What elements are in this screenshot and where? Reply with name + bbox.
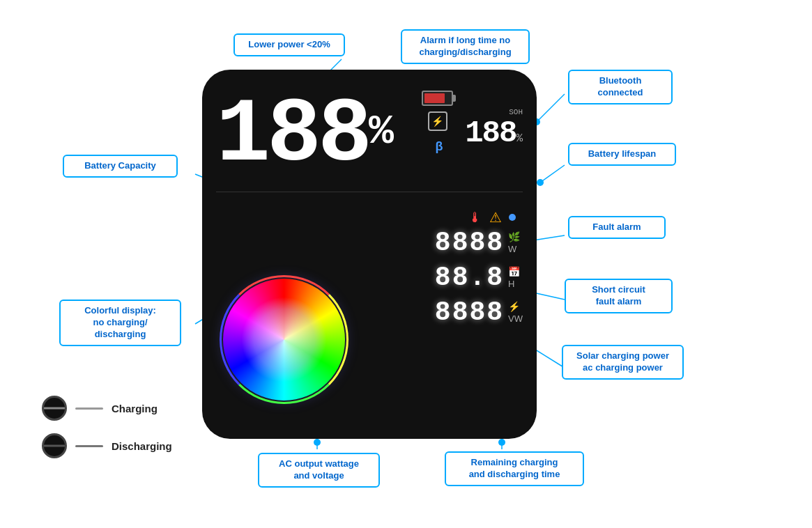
legend-charging: Charging — [42, 396, 172, 421]
soh-value: 188 — [465, 116, 516, 150]
status-icons-area: ⚡ β — [422, 91, 453, 156]
seg-hours-value: 88.8 — [435, 265, 504, 291]
discharging-circle-icon — [42, 433, 67, 458]
battery-percent-value: 188 — [216, 84, 369, 187]
section-divider — [216, 192, 523, 192]
battery-lifespan-label: Battery lifespan — [568, 143, 676, 166]
bluetooth-connected-label: Bluetooth connected — [568, 70, 673, 104]
svg-line-6 — [533, 293, 565, 300]
solar-icon: 🌿 — [508, 231, 520, 242]
charging-plug-icon: ⚡ — [428, 111, 447, 131]
soh-display: SOH 188% — [465, 108, 523, 148]
color-wheel — [223, 279, 345, 401]
svg-line-4 — [540, 165, 565, 183]
svg-line-5 — [533, 235, 565, 240]
seg-voltage-value: 8888 — [435, 300, 504, 326]
alarm-no-charging-label: Alarm if long time no charging/dischargi… — [401, 29, 530, 64]
charging-circle-icon — [42, 396, 67, 421]
seg-row-hours: 88.8 📅 H — [435, 265, 523, 291]
wheel-ring — [220, 275, 348, 404]
legend-discharging: Discharging — [42, 433, 172, 458]
fault-warning-icon: ⚠ — [489, 209, 502, 226]
segment-displays-area: 8888 🌿 W 88.8 📅 H 8888 ⚡ VW — [435, 230, 523, 326]
svg-line-2 — [537, 94, 565, 122]
battery-percentage-display: 188% — [216, 91, 390, 181]
ac-output-label: AC output wattage and voltage — [258, 453, 380, 488]
seg-voltage-unit: VW — [508, 313, 523, 324]
percent-symbol: % — [369, 108, 390, 155]
fault-dot — [509, 214, 516, 221]
solar-charging-label: Solar charging power ac charging power — [562, 345, 684, 380]
colorful-display-label: Colorful display: no charging/ dischargi… — [59, 300, 181, 346]
charging-label: Charging — [112, 403, 158, 414]
warning-icons-row: 🌡 ⚠ — [468, 209, 516, 226]
seg-wattage-unit: W — [508, 244, 516, 254]
bluetooth-icon: β — [428, 137, 447, 156]
seg-row-wattage: 8888 🌿 W — [435, 230, 523, 256]
lower-power-label: Lower power <20% — [233, 33, 345, 56]
fault-alarm-label: Fault alarm — [568, 216, 666, 239]
legend-area: Charging Discharging — [42, 396, 172, 458]
color-wheel-container — [223, 279, 348, 404]
discharging-label: Discharging — [112, 440, 172, 452]
svg-point-21 — [498, 439, 505, 446]
seg-wattage-value: 8888 — [435, 230, 504, 256]
device-screen: 188% ⚡ β SOH 188% 🌡 ⚠ 8888 🌿 W — [202, 70, 537, 439]
remaining-time-label: Remaining charging and discharging time — [445, 451, 584, 486]
short-circuit-label: Short circuit fault alarm — [565, 279, 673, 313]
battery-capacity-label: Battery Capacity — [63, 155, 178, 178]
charging-line — [75, 407, 103, 410]
seg-hours-unit: H — [508, 279, 514, 289]
battery-status-icon — [422, 91, 453, 106]
battery-fill-indicator — [424, 93, 445, 103]
soh-percent: % — [516, 132, 523, 145]
svg-point-20 — [314, 439, 321, 446]
temperature-warning-icon: 🌡 — [468, 210, 482, 226]
calendar-icon: 📅 — [508, 266, 520, 277]
svg-point-15 — [537, 179, 544, 186]
ac-icon: ⚡ — [508, 301, 523, 312]
discharging-line — [75, 445, 103, 447]
svg-line-7 — [533, 348, 565, 368]
seg-row-voltage: 8888 ⚡ VW — [435, 300, 523, 326]
